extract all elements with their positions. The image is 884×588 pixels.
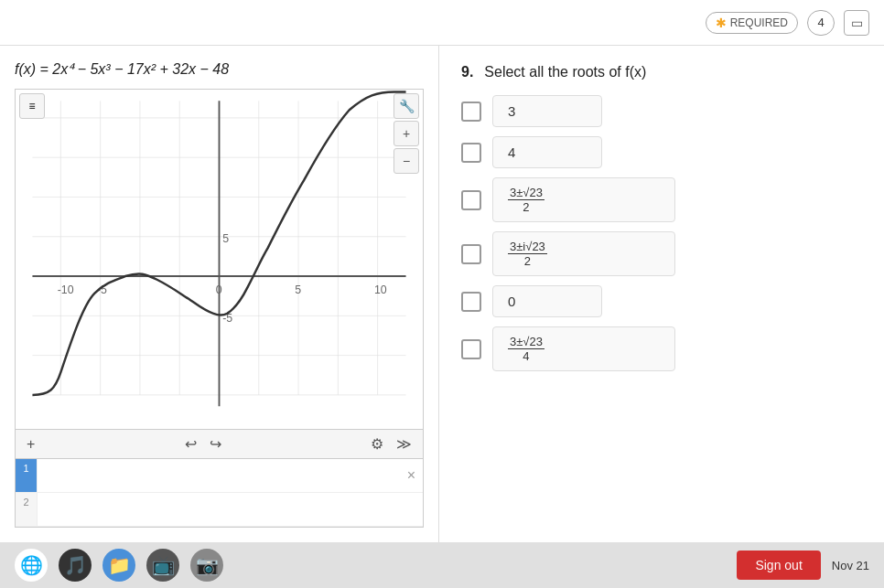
add-expression-button[interactable]: + — [23, 436, 38, 453]
taskbar-right: Sign out Nov 21 — [737, 551, 869, 580]
equation-text: f(x) = 2x⁴ − 5x³ − 17x² + 32x − 48 — [15, 61, 229, 77]
taskbar-icons: 🌐 🎵 📁 📺 📷 — [15, 549, 223, 582]
graph-input-area: 1 × 2 — [15, 459, 424, 528]
choice-0-row: 0 — [461, 285, 862, 317]
svg-text:5: 5 — [295, 283, 301, 296]
checkbox-4[interactable] — [461, 143, 481, 163]
date-label: Nov 21 — [832, 559, 869, 572]
svg-text:5: 5 — [222, 232, 229, 245]
expand-button[interactable]: ≫ — [393, 435, 415, 453]
required-label: REQUIRED — [730, 16, 788, 29]
graph-svg: -10 -5 0 5 10 5 -5 — [16, 90, 423, 429]
right-panel: 9. Select all the roots of f(x) 3 4 — [439, 46, 884, 542]
main-content: f(x) = 2x⁴ − 5x³ − 17x² + 32x − 48 ≡ 🔧 — [0, 46, 884, 542]
tv-icon[interactable]: 📺 — [146, 549, 179, 582]
choice-3-row: 3 — [461, 95, 862, 127]
svg-text:10: 10 — [374, 283, 387, 296]
hamburger-button[interactable]: ≡ — [19, 93, 45, 119]
graph-input-row-1: 1 × — [16, 459, 423, 493]
fraction-2: 3±i√23 2 — [508, 240, 547, 268]
fraction-1: 3±√23 2 — [508, 186, 544, 214]
redo-button[interactable]: ↪ — [206, 435, 225, 453]
settings-button[interactable]: ⚙ — [367, 435, 387, 453]
expand-icon: ≫ — [396, 436, 412, 452]
taskbar: 🌐 🎵 📁 📺 📷 Sign out Nov 21 — [0, 542, 884, 588]
hamburger-icon: ≡ — [28, 100, 35, 112]
wrench-button[interactable]: 🔧 — [393, 93, 419, 119]
score-value: 4 — [817, 16, 824, 29]
graph-input-row-2: 2 — [16, 493, 423, 527]
choice-value-frac3: 3±√23 4 — [492, 326, 675, 371]
zoom-out-button[interactable]: − — [393, 148, 419, 174]
row-number-2: 2 — [16, 493, 38, 526]
graph-toolbar-right: 🔧 + − — [393, 93, 419, 174]
sign-out-button[interactable]: Sign out — [737, 551, 820, 580]
graph-toolbar-left: ≡ — [19, 93, 45, 119]
row-input-1[interactable] — [38, 472, 400, 479]
graph-area: ≡ 🔧 + − — [16, 90, 423, 429]
wrench-icon: 🔧 — [399, 99, 415, 113]
choice-frac3-row: 3±√23 4 — [461, 326, 862, 371]
graph-container: ≡ 🔧 + − — [15, 89, 424, 430]
choice-value-4: 4 — [492, 136, 602, 168]
folder-icon[interactable]: 📁 — [102, 549, 135, 582]
settings-icon: ⚙ — [371, 436, 383, 452]
row-input-2[interactable] — [38, 506, 423, 513]
checkbox-frac2[interactable] — [461, 244, 481, 264]
close-icon-1: × — [407, 467, 415, 483]
checkbox-frac1[interactable] — [461, 190, 481, 210]
question-header: 9. Select all the roots of f(x) — [461, 64, 862, 80]
equation-display: f(x) = 2x⁴ − 5x³ − 17x² + 32x − 48 — [15, 60, 424, 78]
undo-button[interactable]: ↩ — [181, 435, 200, 453]
choice-value-frac2: 3±i√23 2 — [492, 231, 675, 276]
svg-text:0: 0 — [216, 283, 222, 296]
checkbox-0[interactable] — [461, 292, 481, 312]
minus-icon: − — [403, 154, 410, 168]
star-icon: ✱ — [716, 16, 727, 30]
graph-bottom-toolbar: + ↩ ↪ ⚙ ≫ — [15, 430, 424, 459]
choice-value-3: 3 — [492, 95, 602, 127]
fraction-3: 3±√23 4 — [508, 335, 544, 363]
answer-choices: 3 4 3±√23 2 — [461, 95, 862, 371]
zoom-in-button[interactable]: + — [393, 121, 419, 146]
question-number: 9. — [461, 64, 473, 80]
undo-icon: ↩ — [185, 436, 197, 452]
question-text: Select all the roots of f(x) — [484, 64, 646, 80]
choice-frac1-row: 3±√23 2 — [461, 177, 862, 222]
required-badge: ✱ REQUIRED — [706, 12, 798, 34]
choice-frac2-row: 3±i√23 2 — [461, 231, 862, 276]
chrome-icon[interactable]: 🌐 — [15, 549, 48, 582]
score-badge: 4 — [807, 10, 835, 36]
row-close-1[interactable]: × — [400, 467, 423, 484]
left-panel: f(x) = 2x⁴ − 5x³ − 17x² + 32x − 48 ≡ 🔧 — [0, 46, 439, 542]
svg-text:-10: -10 — [58, 283, 74, 296]
choice-value-frac1: 3±√23 2 — [492, 177, 675, 222]
redo-icon: ↪ — [210, 436, 221, 452]
music-icon[interactable]: 🎵 — [59, 549, 92, 582]
checkbox-3[interactable] — [461, 102, 481, 122]
top-bar: ✱ REQUIRED 4 ▭ — [0, 0, 884, 46]
row-number-1: 1 — [16, 459, 38, 492]
document-icon[interactable]: ▭ — [844, 10, 869, 36]
choice-4-row: 4 — [461, 136, 862, 168]
plus-icon: + — [403, 126, 410, 141]
photo-icon[interactable]: 📷 — [190, 549, 223, 582]
add-icon: + — [27, 436, 35, 452]
checkbox-frac3[interactable] — [461, 339, 481, 359]
choice-value-0: 0 — [492, 285, 602, 317]
